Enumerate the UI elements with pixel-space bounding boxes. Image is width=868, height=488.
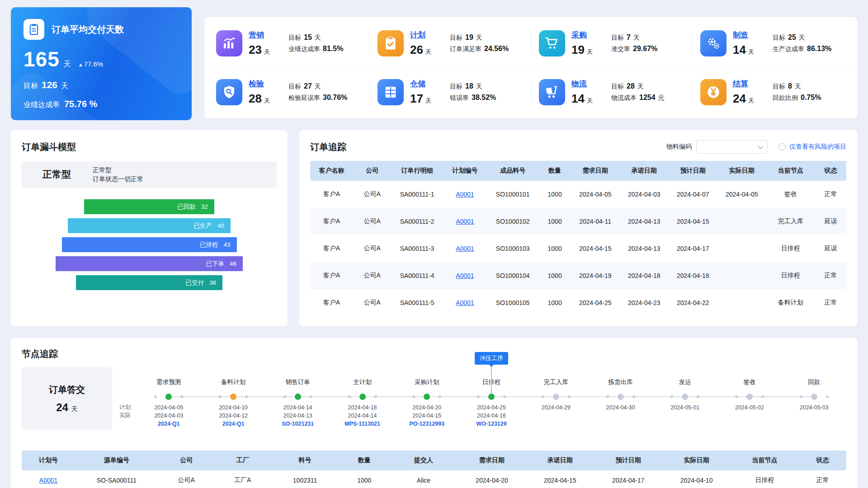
timeline-doc-code[interactable]: SO-1021231	[265, 421, 330, 427]
kpi-days-number: 19	[571, 43, 585, 56]
timeline-node-dot[interactable]	[811, 394, 817, 400]
kpi-title-link[interactable]: 计划	[410, 31, 425, 39]
funnel-bar-value: 36	[209, 279, 216, 286]
material-code-select[interactable]	[696, 140, 768, 154]
table-cell: A0001	[22, 470, 75, 488]
plan-number-link[interactable]: A0001	[456, 299, 474, 306]
timeline-doc-code[interactable]: 2024-Q1	[201, 421, 266, 427]
column-header: 源单编号	[75, 450, 158, 470]
kpi-metric-line: 物流成本1254元	[611, 94, 689, 102]
timeline-doc-code[interactable]: WO-123129	[459, 421, 524, 427]
timeline-node-dot[interactable]	[553, 394, 559, 400]
kpi-title-link[interactable]: 制造	[733, 31, 748, 39]
kpi-card-1: 营销23天目标15天业绩达成率81.5%	[208, 19, 369, 68]
kpi-card-5: 检验28天目标27天检验延误率30.76%	[208, 68, 369, 117]
funnel-status-type: 正常型	[42, 168, 71, 181]
kpi-metrics: 目标8天回款比例0.75%	[773, 80, 851, 105]
timeline-plan-date: 2024-04-29	[524, 404, 588, 411]
kpi-metric-label: 生产达成率	[773, 45, 804, 53]
plan-number-link[interactable]: A0001	[456, 191, 474, 198]
table-cell: 2024-04-17	[669, 235, 717, 262]
timeline-node-dot[interactable]	[682, 394, 688, 400]
timeline-node-label: 需求预测	[137, 378, 201, 386]
kpi-title-link[interactable]: 营销	[249, 31, 264, 39]
timeline-node-dot[interactable]	[165, 394, 172, 400]
kpi-target-label: 目标	[288, 34, 301, 42]
table-cell: SO1000104	[487, 262, 538, 289]
column-header: 数量	[339, 450, 390, 470]
order-commit-days: 24	[56, 401, 68, 413]
column-header: 当前节点	[731, 450, 799, 470]
kpi-title-link[interactable]: 结算	[733, 80, 748, 88]
node-tracking-body: 订单答交 24天 计划 实际 需求预测2024-04-052024-04-032…	[22, 367, 846, 440]
node-tracking-title: 节点追踪	[22, 348, 846, 360]
timeline-node-dot[interactable]	[746, 394, 753, 400]
timeline-doc-code[interactable]: 2024-Q1	[137, 421, 201, 427]
plan-number-link[interactable]: A0001	[456, 272, 474, 279]
kpi-target-value: 7	[627, 33, 631, 42]
timeline-node-dot[interactable]	[230, 394, 236, 400]
timeline-node-dot[interactable]	[618, 394, 624, 400]
funnel-title: 订单漏斗模型	[22, 141, 277, 153]
plan-number-link[interactable]: A0001	[456, 218, 474, 225]
table-row: 客户A公司ASA000111-5A0001SO100010510002024-0…	[310, 289, 846, 316]
funnel-bar-label: 已排程	[200, 241, 218, 249]
table-header-row: 计划号源单编号公司工厂料号数量提交人需求日期承诺日期预计日期实际日期当前节点状态	[22, 450, 846, 470]
table-cell: SA000111-5	[391, 289, 443, 316]
timeline-plan-date: 2024-04-14	[265, 404, 330, 411]
kpi-title-link[interactable]: 检验	[249, 80, 264, 88]
timeline-node-dot[interactable]	[424, 394, 430, 400]
timeline-node-label: 采购计划	[395, 378, 459, 386]
table-cell: A0001	[443, 181, 487, 208]
plan-number-link[interactable]: A0001	[456, 245, 474, 252]
timeline-plan-date: 2024-05-03	[782, 404, 846, 411]
kpi-title-link[interactable]: 物流	[571, 80, 587, 88]
kpi-days-value: 26天	[410, 43, 450, 57]
summary-target-value: 126	[42, 80, 57, 90]
table-cell: 公司A	[353, 235, 391, 262]
kpi-panel: 营销23天目标15天业绩达成率81.5%计划26天目标19天订单满足率24.56…	[204, 17, 857, 118]
table-cell: 2024-04-18	[669, 262, 717, 289]
table-row: 客户A公司ASA000111-2A0001SO100010210002024-0…	[310, 208, 846, 235]
risk-filter-label[interactable]: 仅查看有风险的项目	[789, 143, 846, 151]
table-cell: Alice	[390, 470, 458, 488]
chevron-down-icon	[758, 144, 763, 149]
timeline-node-dot[interactable]	[488, 394, 495, 400]
table-cell: 2024-04-11	[571, 208, 620, 235]
timeline-doc-code[interactable]: PO-12312993	[395, 421, 459, 427]
kpi-target-line: 目标15天	[288, 33, 367, 42]
table-cell: 2024-04-17	[594, 470, 662, 488]
kpi-title-link[interactable]: 仓储	[410, 80, 425, 88]
kpi-days-number: 23	[249, 43, 262, 56]
table-cell: 公司A	[353, 181, 391, 208]
timeline-node-采购计划: 采购计划2024-04-202024-04-15PO-12312993	[395, 367, 459, 440]
timeline-node-主计划: 主计划2024-04-182024-04-14MPS-1113021	[330, 367, 395, 440]
timeline-node-label: 发运	[653, 378, 717, 386]
risk-filter-radio[interactable]	[778, 143, 786, 150]
kpi-title-link[interactable]: 采购	[571, 31, 587, 39]
summary-target-unit: 天	[61, 81, 68, 91]
table-cell: 完工入库	[766, 208, 815, 235]
table-cell	[717, 262, 766, 289]
plan-row-label: 计划	[119, 404, 131, 411]
kpi-metric-value: 38.52%	[472, 94, 496, 102]
plan-number-link[interactable]: A0001	[39, 477, 57, 484]
order-commit-unit: 天	[71, 405, 78, 413]
timeline-node-dot[interactable]	[295, 394, 301, 400]
kpi-metric-unit: 元	[658, 94, 665, 102]
kpi-days-number: 14	[571, 92, 585, 105]
timeline-node-dot[interactable]	[359, 394, 366, 400]
kpi-card-7: 物流14天目标28天物流成本1254元	[531, 68, 692, 117]
material-code-label: 物料编码	[666, 143, 692, 151]
tracking-controls: 物料编码 仅查看有风险的项目	[666, 140, 846, 154]
kpi-metric-value: 86.13%	[807, 45, 831, 53]
kpi-metrics: 目标7天准交率29.67%	[611, 31, 689, 56]
table-cell: 日排程	[766, 235, 815, 262]
node-tracking-table: 计划号源单编号公司工厂料号数量提交人需求日期承诺日期预计日期实际日期当前节点状态…	[22, 450, 846, 488]
table-cell	[717, 235, 766, 262]
summary-target-line: 目标 126 天	[24, 80, 179, 91]
column-header: 客户名称	[310, 161, 353, 181]
timeline-doc-code[interactable]: MPS-1113021	[330, 421, 395, 427]
table-cell: SA000111-3	[391, 235, 443, 262]
kpi-target-line: 目标7天	[611, 33, 689, 42]
